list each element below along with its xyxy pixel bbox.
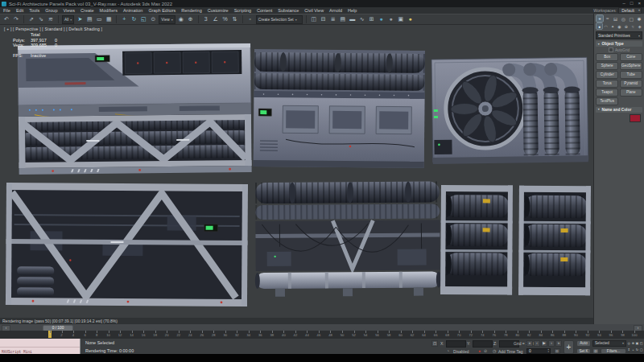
transform-type-in-lock-button[interactable]: ⊡ (431, 340, 438, 347)
toggle-scene-explorer-button[interactable]: ≣ (329, 15, 337, 23)
object-type-geosphere-button[interactable]: GeoSphere (620, 62, 642, 70)
menu-content[interactable]: Content (257, 8, 272, 13)
tab-utilities[interactable]: ✱ (636, 15, 642, 22)
menu-edit[interactable]: Edit (16, 8, 23, 13)
zoom-extents-button[interactable]: ▣ (635, 340, 639, 347)
object-type-tube-button[interactable]: Tube (620, 71, 642, 79)
align-button[interactable]: ⊟ (320, 15, 328, 23)
subtab-lights[interactable]: ✦ (610, 23, 616, 29)
menu-create[interactable]: Create (80, 8, 94, 13)
perspective-viewport[interactable]: [ + ] [ Perspective ] [ Standard ] [ Def… (0, 25, 593, 318)
menu-substance[interactable]: Substance (278, 8, 299, 13)
field-of-view-button[interactable]: ⇕ (627, 347, 631, 353)
object-type-cone-button[interactable]: Cone (620, 53, 642, 61)
next-frame-button[interactable]: › (548, 340, 555, 347)
zoom-region-button[interactable]: ◰ (639, 340, 643, 347)
curve-editor-button[interactable]: ∿ (358, 15, 366, 23)
key-filters-button[interactable]: Filters... (601, 348, 626, 355)
key-icon-button[interactable]: ⊙ (592, 348, 599, 355)
set-key-button[interactable]: Set K (576, 348, 591, 355)
subtab-shapes[interactable]: ◠ (603, 23, 609, 29)
object-type-cylinder-button[interactable]: Cylinder (596, 71, 618, 79)
render-production-button[interactable]: ● (407, 15, 415, 23)
tab-display[interactable]: ▢ (628, 15, 634, 22)
set-keys-button[interactable]: + (564, 340, 574, 354)
select-and-place-button[interactable]: ⊙ (149, 15, 157, 23)
object-type-teapot-button[interactable]: Teapot (596, 88, 618, 97)
toggle-layer-explorer-button[interactable]: ▤ (339, 15, 347, 23)
go-to-start-button[interactable]: « (526, 340, 533, 347)
bind-to-space-warp-button[interactable]: ≋ (47, 15, 55, 23)
subtab-space-warps[interactable]: ≈ (630, 23, 636, 29)
y-coordinate-field[interactable] (473, 340, 493, 348)
select-and-link-button[interactable]: ⇗ (27, 15, 35, 23)
reference-coordinate-system-dropdown[interactable]: View▾ (159, 15, 175, 24)
menu-group[interactable]: Group (45, 8, 57, 13)
named-selection-set-dropdown[interactable]: Create Selection Set▾ (256, 15, 303, 24)
name-color-rollout[interactable]: ▼ Name and Color (596, 107, 642, 113)
auto-key-button[interactable]: Auto (576, 340, 591, 347)
play-button[interactable]: ▶ (541, 340, 547, 347)
select-object-button[interactable]: ➤ (76, 15, 84, 23)
maximize-viewport-toggle-button[interactable]: ▢ (639, 347, 643, 353)
current-frame-field[interactable]: 0 ▴▾ (526, 348, 551, 354)
close-button[interactable]: × (638, 0, 641, 7)
workspace-dropdown[interactable]: Default (618, 7, 642, 14)
zoom-button[interactable]: ◎ (627, 340, 631, 347)
subtab-cameras[interactable]: ◉ (617, 23, 622, 29)
menu-views[interactable]: Views (64, 8, 76, 13)
select-by-name-button[interactable]: ▤ (85, 15, 93, 23)
menu-tools[interactable]: Tools (29, 8, 39, 13)
object-type-rollout[interactable]: ▼ Object Type (596, 41, 642, 47)
autogrid-checkbox[interactable]: AutoGrid (594, 47, 644, 53)
schematic-view-button[interactable]: ⊞ (368, 15, 376, 23)
add-time-tag-button[interactable]: Add Time Tag (498, 349, 522, 354)
tab-motion[interactable]: ◎ (620, 15, 626, 22)
use-pivot-point-center-button[interactable]: ◉ (177, 15, 185, 23)
subtab-systems[interactable]: ◈ (637, 23, 642, 29)
window-crossing-button[interactable]: ▦ (105, 15, 113, 23)
minimize-button[interactable]: – (623, 0, 625, 7)
tab-hierarchy[interactable]: ⊟ (613, 15, 619, 22)
subtab-helpers[interactable]: ⊕ (623, 23, 629, 29)
material-editor-button[interactable]: ● (378, 15, 386, 23)
previous-frame-button[interactable]: ‹ (534, 340, 540, 347)
redo-button[interactable]: ↷ (12, 15, 20, 23)
viewport-label[interactable]: [ + ] [ Perspective ] [ Standard ] [ Def… (4, 27, 102, 31)
menu-rendering[interactable]: Rendering (181, 8, 201, 13)
x-coordinate-field[interactable] (446, 340, 466, 348)
menu-help[interactable]: Help (348, 8, 357, 13)
maxscript-mini-listener[interactable]: MAXScript Mini (0, 339, 80, 355)
key-mode-toggle-button[interactable]: ⊙ (554, 348, 560, 354)
menu-graph-editors[interactable]: Graph Editors (148, 8, 175, 13)
object-type-pyramid-button[interactable]: Pyramid (620, 80, 642, 88)
menu-modifiers[interactable]: Modifiers (100, 8, 118, 13)
menu-civil-view[interactable]: Civil View (304, 8, 324, 13)
select-and-move-button[interactable]: + (120, 15, 128, 23)
menu-customize[interactable]: Customize (208, 8, 229, 13)
pan-button[interactable]: + (631, 347, 635, 353)
maximize-button[interactable]: □ (630, 0, 634, 7)
object-type-torus-button[interactable]: Torus (596, 80, 618, 88)
mirror-button[interactable]: ◫ (310, 15, 318, 23)
menu-animation[interactable]: Animation (123, 8, 142, 13)
percent-snap-toggle-button[interactable]: % (221, 15, 229, 23)
object-type-box-button[interactable]: Box (596, 53, 618, 61)
object-type-plane-button[interactable]: Plane (620, 88, 642, 97)
menu-arnold[interactable]: Arnold (329, 8, 342, 13)
adaptive-degradation-status[interactable]: Disabled (453, 349, 469, 354)
select-and-scale-button[interactable]: ◱ (139, 15, 147, 23)
go-to-end-button[interactable]: » (555, 340, 562, 347)
menu-scripting[interactable]: Scripting (234, 8, 251, 13)
angle-snap-toggle-button[interactable]: ∠ (212, 15, 220, 23)
zoom-all-button[interactable]: ⊕ (631, 340, 635, 347)
edit-named-selection-sets-button[interactable]: ▫ (246, 15, 254, 23)
tab-modify[interactable]: ≈ (605, 15, 611, 22)
frame-spinner[interactable]: ▴▾ (547, 348, 550, 353)
object-type-textplus-button[interactable]: TextPlus (596, 97, 618, 105)
object-type-sphere-button[interactable]: Sphere (596, 62, 618, 70)
object-color-swatch[interactable] (630, 114, 641, 122)
snaps-toggle-button[interactable]: 3 (202, 15, 210, 23)
select-and-manipulate-button[interactable]: ⊕ (187, 15, 195, 23)
menu-file[interactable]: File (3, 8, 10, 13)
